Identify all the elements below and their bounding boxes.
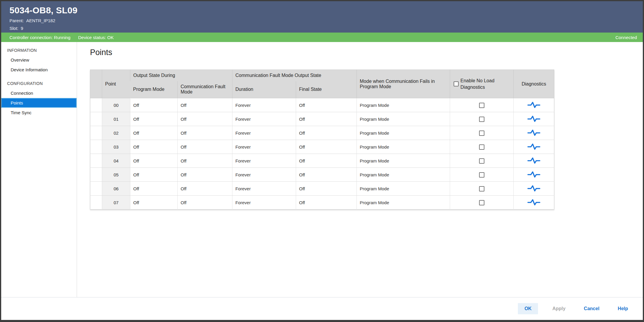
final-state-cell[interactable]: Off	[296, 196, 357, 210]
header-enable-no-load: Enable No Load Diagnostics	[450, 70, 514, 98]
duration-cell[interactable]: Forever	[232, 154, 296, 168]
final-state-cell[interactable]: Off	[296, 182, 357, 196]
point-cell: 06	[102, 182, 130, 196]
duration-cell[interactable]: Forever	[232, 140, 296, 154]
communication-fault-mode-cell[interactable]: Off	[178, 168, 232, 182]
row-selector-cell[interactable]	[90, 98, 102, 112]
final-state-cell[interactable]: Off	[296, 140, 357, 154]
final-state-cell[interactable]: Off	[296, 154, 357, 168]
enable-no-load-cell	[450, 154, 514, 168]
sidebar-item-overview[interactable]: Overview	[1, 55, 77, 65]
page-title: Points	[90, 48, 643, 57]
enable-no-load-cell	[450, 126, 514, 140]
communication-fault-mode-cell[interactable]: Off	[178, 154, 232, 168]
communication-fault-mode-cell[interactable]: Off	[178, 126, 232, 140]
duration-cell[interactable]: Forever	[232, 112, 296, 126]
connected-badge: Connected	[615, 35, 637, 40]
mode-when-comm-fails-cell[interactable]: Program Mode	[357, 112, 450, 126]
diagnostics-cell	[514, 154, 554, 168]
communication-fault-mode-cell[interactable]: Off	[178, 112, 232, 126]
points-table-body: 00 Off Off Forever Off Program Mode 01 O…	[90, 98, 554, 210]
row-selector-cell[interactable]	[90, 112, 102, 126]
diagnostics-pulse-icon[interactable]	[527, 115, 541, 123]
duration-cell[interactable]: Forever	[232, 126, 296, 140]
duration-cell[interactable]: Forever	[232, 98, 296, 112]
duration-cell[interactable]: Forever	[232, 196, 296, 210]
diagnostics-cell	[514, 98, 554, 112]
no-load-checkbox[interactable]	[479, 103, 484, 108]
no-load-checkbox[interactable]	[479, 158, 484, 164]
no-load-checkbox[interactable]	[479, 186, 484, 191]
parent-line: Parent:AENTR_IP182	[9, 18, 635, 23]
table-row: 00 Off Off Forever Off Program Mode	[90, 98, 554, 112]
module-properties-window: 5034-OB8, SL09 Parent:AENTR_IP182 Slot:9…	[0, 0, 644, 322]
diagnostics-pulse-icon[interactable]	[527, 199, 541, 206]
diagnostics-cell	[514, 168, 554, 182]
communication-fault-mode-cell[interactable]: Off	[178, 182, 232, 196]
row-selector-cell[interactable]	[90, 196, 102, 210]
program-mode-cell[interactable]: Off	[130, 196, 178, 210]
row-selector-cell[interactable]	[90, 140, 102, 154]
program-mode-cell[interactable]: Off	[130, 98, 178, 112]
main-content: Points Point Output State During Communi…	[77, 42, 643, 297]
row-selector-cell[interactable]	[90, 126, 102, 140]
table-row: 02 Off Off Forever Off Program Mode	[90, 126, 554, 140]
program-mode-cell[interactable]: Off	[130, 126, 178, 140]
no-load-checkbox[interactable]	[479, 172, 484, 178]
cancel-button[interactable]: Cancel	[580, 303, 603, 314]
final-state-cell[interactable]: Off	[296, 98, 357, 112]
mode-when-comm-fails-cell[interactable]: Program Mode	[357, 196, 450, 210]
program-mode-cell[interactable]: Off	[130, 182, 178, 196]
ok-button[interactable]: OK	[518, 303, 538, 314]
program-mode-cell[interactable]: Off	[130, 112, 178, 126]
header-group-output-state-during: Output State During	[130, 70, 232, 81]
sidebar-item-device-information[interactable]: Device Information	[1, 65, 77, 75]
duration-cell[interactable]: Forever	[232, 168, 296, 182]
help-button[interactable]: Help	[614, 303, 632, 314]
row-selector-cell[interactable]	[90, 168, 102, 182]
header-program-mode: Program Mode	[130, 81, 178, 98]
diagnostics-pulse-icon[interactable]	[527, 143, 541, 151]
communication-fault-mode-cell[interactable]: Off	[178, 98, 232, 112]
mode-when-comm-fails-cell[interactable]: Program Mode	[357, 168, 450, 182]
sidebar-item-time-sync[interactable]: Time Sync	[1, 108, 77, 117]
communication-fault-mode-cell[interactable]: Off	[178, 196, 232, 210]
diagnostics-pulse-icon[interactable]	[527, 171, 541, 178]
mode-when-comm-fails-cell[interactable]: Program Mode	[357, 140, 450, 154]
program-mode-cell[interactable]: Off	[130, 154, 178, 168]
final-state-cell[interactable]: Off	[296, 168, 357, 182]
mode-when-comm-fails-cell[interactable]: Program Mode	[357, 182, 450, 196]
enable-no-load-cell	[450, 98, 514, 112]
no-load-checkbox[interactable]	[479, 117, 484, 122]
header-group-comm-fault-output-state: Communication Fault Mode Output State	[232, 70, 357, 81]
diagnostics-pulse-icon[interactable]	[527, 157, 541, 165]
slot-label: Slot:	[9, 26, 18, 31]
diagnostics-pulse-icon[interactable]	[527, 185, 541, 192]
mode-when-comm-fails-cell[interactable]: Program Mode	[357, 126, 450, 140]
mode-when-comm-fails-cell[interactable]: Program Mode	[357, 98, 450, 112]
program-mode-cell[interactable]: Off	[130, 140, 178, 154]
duration-cell[interactable]: Forever	[232, 182, 296, 196]
final-state-cell[interactable]: Off	[296, 126, 357, 140]
controller-connection-status: Controller connection: Running	[9, 35, 70, 40]
header-final-state: Final State	[296, 81, 357, 98]
mode-when-comm-fails-cell[interactable]: Program Mode	[357, 154, 450, 168]
communication-fault-mode-cell[interactable]: Off	[178, 140, 232, 154]
enable-no-load-all-checkbox[interactable]	[454, 81, 459, 86]
diagnostics-pulse-icon[interactable]	[527, 129, 541, 137]
program-mode-cell[interactable]: Off	[130, 168, 178, 182]
final-state-cell[interactable]: Off	[296, 112, 357, 126]
sidebar-item-points[interactable]: Points	[1, 98, 77, 108]
enable-no-load-cell	[450, 112, 514, 126]
no-load-checkbox[interactable]	[479, 200, 484, 205]
table-row: 07 Off Off Forever Off Program Mode	[90, 196, 554, 210]
row-selector-cell[interactable]	[90, 182, 102, 196]
row-selector-cell[interactable]	[90, 154, 102, 168]
point-cell: 02	[102, 126, 130, 140]
apply-button[interactable]: Apply	[548, 303, 569, 314]
diagnostics-pulse-icon[interactable]	[527, 101, 541, 109]
no-load-checkbox[interactable]	[479, 131, 484, 136]
points-table: Point Output State During Communication …	[90, 70, 554, 210]
no-load-checkbox[interactable]	[479, 144, 484, 150]
sidebar-item-connection[interactable]: Connection	[1, 88, 77, 98]
